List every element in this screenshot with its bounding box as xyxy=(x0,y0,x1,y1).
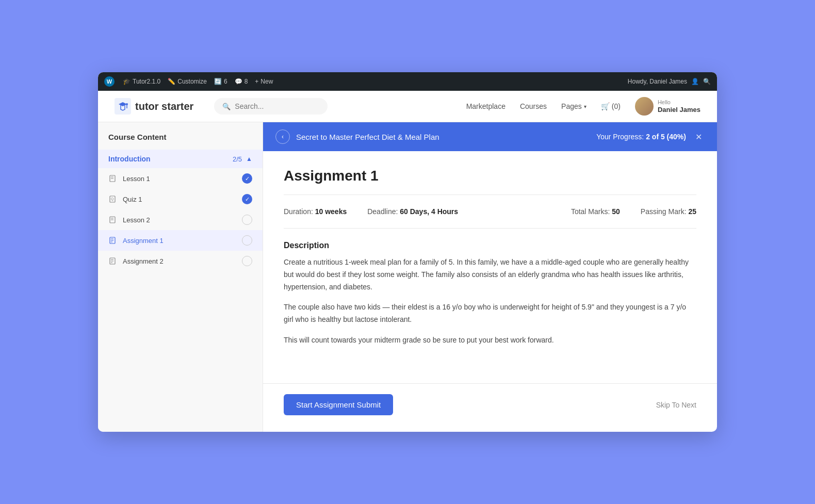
search-icon: 🔍 xyxy=(222,103,231,110)
total-marks-label: Total Marks: xyxy=(571,207,610,216)
comments-count: 8 xyxy=(244,78,248,85)
progress-percent: 40% xyxy=(669,133,683,141)
duration-meta: Duration: 10 weeks xyxy=(284,207,347,216)
new-bar-item[interactable]: + New xyxy=(255,78,273,85)
customize-bar-item[interactable]: ✏️ Customize xyxy=(168,78,207,85)
sidebar-section-header[interactable]: Introduction 2/5 ▲ xyxy=(98,150,263,168)
search-bar[interactable]: 🔍 xyxy=(214,98,328,115)
user-name-label: Daniel James xyxy=(658,106,700,114)
duration-label: Duration: xyxy=(284,207,313,216)
section-title: Introduction xyxy=(108,155,151,163)
lesson2-name: Lesson 2 xyxy=(123,216,237,224)
assignment2-status xyxy=(242,256,252,266)
user-area: Hello Daniel James xyxy=(635,97,700,116)
duration-value: 10 weeks xyxy=(315,207,347,216)
total-marks-meta: Total Marks: 50 xyxy=(571,207,620,216)
nav-links: Marketplace Courses Pages ▾ 🛒 (0) Hello … xyxy=(466,97,700,116)
assignment1-name: Assignment 1 xyxy=(123,237,237,245)
tutor-logo-icon xyxy=(115,98,131,115)
new-label: New xyxy=(260,78,273,85)
deadline-label: Deadline: xyxy=(367,207,398,216)
start-assignment-button[interactable]: Start Assignment Submit xyxy=(284,394,393,415)
assignment-meta: Duration: 10 weeks Deadline: 60 Days, 4 … xyxy=(284,203,696,220)
description-title: Description xyxy=(284,241,696,250)
cart-icon: 🛒 xyxy=(601,102,610,110)
sidebar-item-lesson1[interactable]: Lesson 1 ✓ xyxy=(98,168,263,189)
description-para-3: This will count towards your midterm gra… xyxy=(284,334,696,347)
sidebar-item-lesson2[interactable]: Lesson 2 xyxy=(98,209,263,230)
cart-button[interactable]: 🛒 (0) xyxy=(601,102,621,110)
logo-text: tutor starter xyxy=(135,101,193,112)
divider-1 xyxy=(284,194,696,195)
courses-link[interactable]: Courses xyxy=(520,102,547,110)
site-logo[interactable]: tutor starter xyxy=(115,98,193,115)
courses-label: Courses xyxy=(520,102,547,110)
assignment1-icon xyxy=(108,236,118,245)
deadline-value: 60 Days, 4 Hours xyxy=(400,207,458,216)
plus-icon: + xyxy=(255,78,258,85)
sidebar-item-quiz1[interactable]: Q Quiz 1 ✓ xyxy=(98,189,263,209)
tutor-icon: 🎓 xyxy=(123,78,131,85)
sidebar-item-assignment2[interactable]: Assignment 2 xyxy=(98,251,263,271)
customize-label: Customize xyxy=(177,78,207,85)
marketplace-link[interactable]: Marketplace xyxy=(466,102,506,110)
total-marks-value: 50 xyxy=(612,207,620,216)
quiz-icon: Q xyxy=(108,194,118,204)
admin-search-icon[interactable]: 🔍 xyxy=(703,78,711,85)
admin-bar-right: Howdy, Daniel James 👤 🔍 xyxy=(628,78,711,85)
description-para-2: The couple also have two kids — their el… xyxy=(284,301,696,326)
pencil-icon: ✏️ xyxy=(168,78,175,85)
action-area: Start Assignment Submit Skip To Next xyxy=(263,383,717,432)
assignment2-icon xyxy=(108,256,118,266)
sidebar-item-assignment1[interactable]: Assignment 1 xyxy=(98,230,263,251)
quiz1-name: Quiz 1 xyxy=(123,196,237,203)
svg-text:Q: Q xyxy=(111,197,114,201)
lesson-icon xyxy=(108,174,118,183)
admin-user-icon: 👤 xyxy=(691,78,699,85)
main-content: ‹ Secret to Master Perfect Diet & Meal P… xyxy=(263,122,717,432)
chevron-up-icon: ▲ xyxy=(246,155,252,162)
pages-link[interactable]: Pages ▾ xyxy=(561,102,586,110)
refresh-icon: 🔄 xyxy=(214,78,222,85)
quiz1-check: ✓ xyxy=(242,194,252,204)
updates-count: 6 xyxy=(224,78,227,85)
chevron-down-icon: ▾ xyxy=(584,104,586,109)
pages-label: Pages xyxy=(561,102,582,110)
browser-window: W 🎓 Tutor2.1.0 ✏️ Customize 🔄 6 💬 8 + Ne… xyxy=(98,72,717,432)
avatar[interactable] xyxy=(635,97,654,116)
wp-admin-bar: W 🎓 Tutor2.1.0 ✏️ Customize 🔄 6 💬 8 + Ne… xyxy=(98,72,717,91)
chevron-left-icon: ‹ xyxy=(282,133,284,140)
back-button[interactable]: ‹ xyxy=(275,129,290,144)
deadline-meta: Deadline: 60 Days, 4 Hours xyxy=(367,207,458,216)
progress-banner: ‹ Secret to Master Perfect Diet & Meal P… xyxy=(263,122,717,151)
cart-count: (0) xyxy=(612,102,621,110)
updates-bar-item[interactable]: 🔄 6 xyxy=(214,78,227,85)
main-nav: tutor starter 🔍 Marketplace Courses Page… xyxy=(98,91,717,122)
lesson1-name: Lesson 1 xyxy=(123,175,237,183)
assignment1-status xyxy=(242,235,252,246)
assignment2-name: Assignment 2 xyxy=(123,257,237,265)
assignment-body: Assignment 1 Duration: 10 weeks Deadline… xyxy=(263,151,717,383)
wp-logo-icon[interactable]: W xyxy=(104,76,115,87)
passing-mark-value: 25 xyxy=(688,207,696,216)
admin-bar-items: 🎓 Tutor2.1.0 ✏️ Customize 🔄 6 💬 8 + New xyxy=(123,78,620,85)
section-meta: 2/5 ▲ xyxy=(233,155,252,163)
content-layout: Course Content Introduction 2/5 ▲ Lesson… xyxy=(98,122,717,432)
sidebar: Course Content Introduction 2/5 ▲ Lesson… xyxy=(98,122,263,432)
sidebar-title: Course Content xyxy=(98,133,263,150)
howdy-text: Howdy, Daniel James xyxy=(628,78,687,85)
comments-bar-item[interactable]: 💬 8 xyxy=(235,78,248,85)
skip-to-next-link[interactable]: Skip To Next xyxy=(656,401,696,409)
marketplace-label: Marketplace xyxy=(466,102,506,110)
course-title: Secret to Master Perfect Diet & Meal Pla… xyxy=(296,133,590,141)
search-input[interactable] xyxy=(235,102,319,110)
section-progress: 2/5 xyxy=(233,155,242,163)
lesson2-icon xyxy=(108,215,118,224)
divider-2 xyxy=(284,228,696,229)
tutor-version-label: Tutor2.1.0 xyxy=(133,78,160,85)
progress-label: Your Progress: xyxy=(596,133,644,141)
tutor-admin-bar-item[interactable]: 🎓 Tutor2.1.0 xyxy=(123,78,160,85)
assignment-title: Assignment 1 xyxy=(284,168,696,184)
close-button[interactable]: ✕ xyxy=(692,131,705,143)
passing-mark-label: Passing Mark: xyxy=(641,207,687,216)
